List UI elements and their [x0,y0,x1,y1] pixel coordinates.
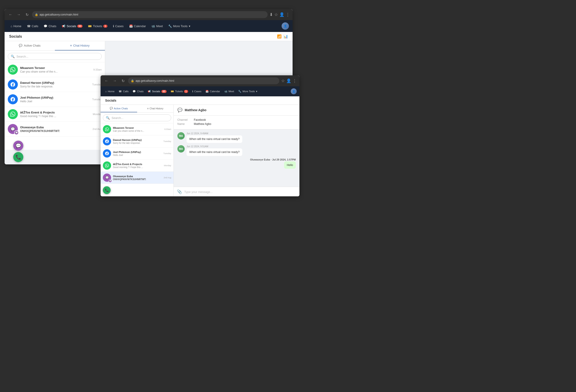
info-row-name: Name Matthew Agbo [177,122,296,126]
search-input-wrap-back[interactable]: 🔍 [8,53,102,60]
nav-chats[interactable]: 💬 Chats [41,23,58,29]
tabs-header-front: 💬 Active Chats ≡ Chat History [101,105,173,113]
user-avatar-front[interactable]: 👤 [291,88,297,94]
home-icon: ⌂ [10,25,12,28]
nav-tickets-front[interactable]: 🎫 Tickets 1 [169,89,190,94]
nav-socials[interactable]: 📢 Socials 63 [59,23,85,29]
search-input-back[interactable] [16,55,99,58]
chat-meta-front: 2nd Aug [164,177,171,179]
nav-calls[interactable]: ☎ Calls [25,23,41,29]
chat-item-front[interactable]: Mkaanem Terseer Can you share some of th… [101,123,173,135]
tab-chat-history-back[interactable]: ≡ Chat History [55,41,105,51]
socials-page-title: Socials [9,34,22,39]
nav-calendar[interactable]: 📅 Calendar [127,23,148,29]
chat-avatar-purple: 💬 💬 [8,124,18,134]
name-value: Matthew Agbo [194,122,211,126]
nav-tickets[interactable]: 🎫 Tickets 1 [86,23,110,29]
tab-active-chats-front[interactable]: 💬 Active Chats [101,105,137,112]
floating-phone-btn-back[interactable]: 📞 [13,152,23,162]
chat-item[interactable]: Joel Philemon (UfitPay) Hello Joel Tuesd… [4,92,105,107]
address-bar-front[interactable]: 🔒 app.getcallsavvy.com/main.html [128,78,279,84]
tickets-icon-front: 🎫 [171,90,174,93]
refresh-button-front[interactable]: ↻ [120,78,126,84]
chat-detail-name: Matthew Agbo [185,108,206,112]
chat-item-front[interactable]: Joel Philemon (UfitPay) Hello Joel Tuesd… [101,148,173,159]
url-text-front: app.getcallsavvy.com/main.html [136,79,174,82]
nav-cases[interactable]: ℹ Cases [111,23,126,29]
search-input-wrap-front[interactable]: 🔍 [103,114,171,121]
chat-avatar-whatsapp-2 [8,109,18,119]
floating-chat-btn-back[interactable]: 💬 [13,141,23,151]
user-avatar[interactable]: 👤 [282,22,289,30]
nav-meet-front[interactable]: 📹 Meet [222,89,236,94]
cases-icon-front: ℹ [192,90,193,93]
chat-bubble-icon: 💬 [177,107,182,113]
left-panel-back: 💬 Active Chats ≡ Chat History 🔍 [4,41,105,150]
floating-phone-btn-front[interactable]: 📞 [103,186,111,194]
lock-icon-front: 🔒 [131,79,134,82]
nav-more-tools-front[interactable]: 🔧 More Tools ▾ [236,89,259,94]
chat-item-front[interactable]: Dawud Haroon (UfitPay) Sorry for the lat… [101,135,173,148]
chat-item[interactable]: Mkaanem Terseer Can you share some of th… [4,62,105,77]
nav-chats-front[interactable]: 💬 Chats [131,89,145,94]
message-input[interactable] [184,190,296,194]
tab-active-chats-back[interactable]: 💬 Active Chats [4,41,55,51]
nav-socials-front[interactable]: 📢 Socials 63 [146,89,169,94]
chat-item-front-active[interactable]: 💬 💬 Oluwaseye Euba ONHXQPANVW7KSUHNRTWT:… [101,172,173,184]
chat-preview: ONHXQPANVW7KSUHNRTWT: [20,130,90,133]
chat-preview: Good morning ? I hope this ... [20,115,90,118]
socials-header-front: Socials [101,96,299,105]
back-button[interactable]: ← [7,11,14,18]
phone-float-icon: 📞 [16,154,21,160]
back-button-front[interactable]: ← [103,78,110,84]
nav-cases-front[interactable]: ℹ Cases [190,89,203,94]
browser-window-front: ← → ↻ 🔒 app.getcallsavvy.com/main.html ☆… [101,75,299,196]
chat-meta: 9:33am [93,68,102,71]
message-input-area: 📎 [174,187,299,196]
chat-item[interactable]: â€ŽTos Event & Projects Good morning ? I… [4,107,105,122]
chat-item-front[interactable]: â€ŽTos Event & Projects Good morning ? I… [101,159,173,172]
chat-name: â€ŽTos Event & Projects [20,111,90,114]
chat-info: Mkaanem Terseer Can you share some of th… [20,66,91,73]
chat-meta: 2nd Aug [93,128,102,130]
chat-info-front: â€ŽTos Event & Projects Good morning ? I… [113,163,162,168]
socials-icon-front: 📢 [148,90,151,93]
messages-area: MA Jun 12 2024, 9:49AM When will the nai… [174,130,299,187]
chat-item[interactable]: 💬 💬 Oluwaseye Euba ONHXQPANVW7KSUHNRTWT:… [4,122,105,136]
channel-value: Facebook [194,118,206,121]
nav-home[interactable]: ⌂ Home [8,23,24,29]
chat-avatar-facebook-front-2 [103,149,111,157]
chat-name-front: Joel Philemon (UfitPay) [113,151,162,154]
tab-chat-history-front[interactable]: ≡ Chat History [137,105,174,112]
nav-meet[interactable]: 📹 Meet [149,23,165,29]
chat-item[interactable]: Dawud Haroon (UfitPay) Sorry for the lat… [4,77,105,92]
message-row: MA Jun 12 2024, 9:49AM When will the nai… [177,132,296,143]
search-input-front[interactable] [112,116,168,120]
menu-icon: ⋮ [286,12,290,17]
more-tools-icon: 🔧 [168,25,172,28]
nav-calendar-front[interactable]: 📅 Calendar [204,89,222,94]
chat-avatar-whatsapp [8,65,18,75]
chevron-down-icon-front: ▾ [256,90,257,93]
address-bar[interactable]: 🔒 app.getcallsavvy.com/main.html [32,11,268,18]
forward-button-front[interactable]: → [112,78,118,84]
chat-time: 9:33am [93,68,102,71]
refresh-button[interactable]: ↻ [24,11,30,18]
socials-badge-front: 63 [161,90,167,93]
attach-icon[interactable]: 📎 [177,189,182,194]
chat-info-front: Dawud Haroon (UfitPay) Sorry for the lat… [113,139,162,144]
message-timestamp: Jun 12 2024, 9:49AM [187,132,242,135]
chat-float-icon: 💬 [16,143,21,148]
nav-calls-front[interactable]: ☎ Calls [117,89,130,94]
search-icon-front: 🔍 [106,116,110,120]
nav-home-front[interactable]: ⌂ Home [103,89,116,94]
nav-more-tools[interactable]: 🔧 More Tools ▾ [166,23,193,29]
chat-preview-front: Hello Joel [113,154,162,157]
message-avatar: MA [177,132,185,139]
history-tab-icon-front: ≡ [147,107,148,110]
chat-tab-icon: 💬 [19,44,22,47]
browser-toolbar-back: ← → ↻ 🔒 app.getcallsavvy.com/main.html ⬇… [4,9,292,20]
chat-avatar-whatsapp-front-2 [103,161,111,170]
forward-button[interactable]: → [16,11,22,18]
chat-time-front: 2nd Aug [164,177,171,179]
